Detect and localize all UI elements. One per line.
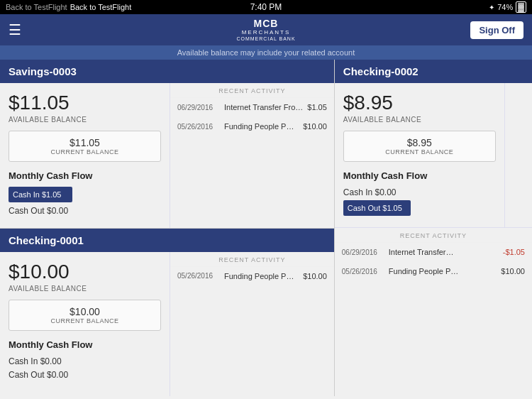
checking-0002-activity-row-1[interactable]: 06/29/2016 Internet Transfer… -$1.05	[335, 243, 532, 262]
battery-text: 74%	[497, 3, 513, 11]
savings-0003-activity-label: RECENT ACTIVITY	[170, 83, 334, 98]
checking-0001-body: $10.00 AVAILABLE BALANCE $10.00 CURRENT …	[0, 252, 334, 397]
checking-0001-title: Checking-0001	[9, 234, 84, 246]
info-banner: Available balance may include your relat…	[0, 45, 532, 60]
logo-mcb: MCB	[254, 18, 279, 30]
activity-date: 05/26/2016	[342, 268, 384, 275]
info-text: Available balance may include your relat…	[177, 48, 355, 57]
checking-0002-balance-label: CURRENT BALANCE	[353, 148, 487, 155]
checking-0002-activity-row-4	[335, 302, 532, 324]
savings-0003-left: $11.05 AVAILABLE BALANCE $11.05 CURRENT …	[0, 83, 170, 228]
activity-desc: Funding People P…	[389, 267, 497, 275]
savings-0003-header: Savings-0003	[0, 60, 334, 83]
checking-0002-cashout-bar: Cash Out $1.05	[343, 200, 411, 216]
savings-0003-cashin-bar: Cash In $1.05	[9, 187, 72, 202]
status-bar: Back to TestFlight Back to TestFlight 7:…	[0, 0, 532, 14]
main-content: Savings-0003 $11.05 AVAILABLE BALANCE $1…	[0, 60, 532, 396]
activity-date: 05/26/2016	[177, 272, 220, 280]
activity-amount: $10.00	[303, 122, 327, 131]
savings-0003-activity-row-2[interactable]: 05/26/2016 Funding People P… $10.00	[170, 117, 334, 136]
nav-logo: MCB MERCHANTS COMMERCIAL BANK	[236, 18, 295, 43]
checking-0001-available-label: AVAILABLE BALANCE	[9, 285, 161, 293]
checking-0001-activity: RECENT ACTIVITY 05/26/2016 Funding Peopl…	[170, 252, 334, 397]
savings-0003-available-amount: $11.05	[9, 92, 161, 114]
logo-line2: MERCHANTS	[242, 29, 291, 36]
checking-0002-header: Checking-0002	[335, 60, 532, 83]
checking-0001-cashout: Cash Out $0.00	[9, 369, 161, 380]
sign-off-button[interactable]: Sign Off	[470, 21, 523, 39]
bluetooth-icon: ✦	[489, 4, 494, 11]
savings-0003-title: Savings-0003	[9, 65, 77, 77]
savings-0003-balance-box: $11.05 CURRENT BALANCE	[9, 131, 161, 162]
checking-0002-section: Checking-0002 $8.95 AVAILABLE BALANCE $8…	[335, 60, 532, 396]
activity-amount: $10.00	[303, 272, 327, 280]
logo-line3: COMMERCIAL BANK	[236, 36, 295, 42]
checking-0001-activity-label: RECENT ACTIVITY	[170, 252, 334, 267]
checking-0002-left: $8.95 AVAILABLE BALANCE $8.95 CURRENT BA…	[335, 83, 505, 227]
checking-0002-activity-row-2[interactable]: 05/26/2016 Funding People P… $10.00	[335, 262, 532, 281]
activity-amount: $10.00	[501, 267, 525, 275]
checking-0002-available-label: AVAILABLE BALANCE	[343, 116, 496, 124]
checking-0001-section: Checking-0001 $10.00 AVAILABLE BALANCE $…	[0, 229, 334, 397]
savings-0003-cashout-text: Cash Out $0.00	[9, 206, 68, 216]
checking-0001-cashout-text: Cash Out $0.00	[9, 370, 68, 380]
savings-0003-activity-row-3	[170, 136, 334, 158]
nav-bar: ☰ MCB MERCHANTS COMMERCIAL BANK Sign Off	[0, 14, 532, 45]
activity-date: 06/29/2016	[177, 104, 220, 111]
savings-0003-body: $11.05 AVAILABLE BALANCE $11.05 CURRENT …	[0, 83, 334, 228]
savings-0003-section: Savings-0003 $11.05 AVAILABLE BALANCE $1…	[0, 60, 334, 229]
checking-0002-activity-label: RECENT ACTIVITY	[335, 228, 532, 243]
checking-0002-body: $8.95 AVAILABLE BALANCE $8.95 CURRENT BA…	[335, 83, 532, 227]
status-right: ✦ 74% ▓	[489, 1, 526, 13]
time-display: 7:40 PM	[250, 2, 282, 12]
checking-0002-cashin-text: Cash In $0.00	[343, 187, 397, 197]
savings-0003-activity-row-4	[170, 158, 334, 179]
savings-0003-cashin-label: Cash In $1.05	[13, 190, 62, 199]
checking-0002-balance-box: $8.95 CURRENT BALANCE	[343, 131, 496, 162]
activity-desc: Internet Transfer…	[389, 248, 499, 256]
checking-0002-cashflow-title: Monthly Cash Flow	[343, 170, 496, 181]
checking-0002-top-spacer	[505, 83, 532, 227]
checking-0002-title: Checking-0002	[343, 65, 419, 77]
savings-0003-activity-row-1[interactable]: 06/29/2016 Internet Transfer Fro… $1.05	[170, 98, 334, 117]
savings-0003-cashflow-title: Monthly Cash Flow	[9, 170, 161, 181]
checking-0001-cashin-text: Cash In $0.00	[9, 356, 62, 366]
checking-0001-activity-row-2	[170, 286, 334, 307]
savings-0003-available-label: AVAILABLE BALANCE	[9, 116, 161, 124]
activity-desc: Internet Transfer Fro…	[224, 103, 303, 111]
activity-date: 06/29/2016	[342, 248, 384, 256]
savings-0003-cashin: Cash In $1.05	[9, 187, 161, 202]
checking-0001-balance-amount: $10.00	[18, 306, 152, 317]
checking-0001-cashin: Cash In $0.00	[9, 356, 161, 366]
activity-desc: Funding People P…	[224, 272, 299, 280]
left-column: Savings-0003 $11.05 AVAILABLE BALANCE $1…	[0, 60, 335, 396]
activity-desc: Funding People P…	[224, 122, 299, 131]
checking-0001-balance-box: $10.00 CURRENT BALANCE	[9, 300, 161, 331]
activity-amount-negative: -$1.05	[503, 248, 525, 256]
checking-0001-cashflow-title: Monthly Cash Flow	[9, 339, 161, 350]
checking-0002-activity-panel: RECENT ACTIVITY 06/29/2016 Internet Tran…	[335, 227, 532, 396]
activity-date: 05/26/2016	[177, 123, 220, 131]
savings-0003-cashout: Cash Out $0.00	[9, 205, 161, 216]
checking-0001-header: Checking-0001	[0, 229, 334, 252]
status-left: Back to TestFlight Back to TestFlight	[6, 3, 131, 11]
checking-0002-available-amount: $8.95	[343, 92, 496, 114]
activity-amount: $1.05	[307, 103, 327, 111]
checking-0002-balance-amount: $8.95	[353, 137, 487, 148]
checking-0002-cashout-label: Cash Out $1.05	[348, 204, 402, 212]
checking-0001-activity-row-4	[170, 329, 334, 350]
back-label[interactable]: Back to TestFlight	[6, 3, 67, 11]
checking-0002-cashin: Cash In $0.00	[343, 187, 496, 197]
checking-0001-balance-label: CURRENT BALANCE	[18, 317, 152, 324]
checking-0002-activity-row-5	[335, 324, 532, 345]
savings-0003-activity: RECENT ACTIVITY 06/29/2016 Internet Tran…	[170, 83, 334, 228]
checking-0001-activity-row-1[interactable]: 05/26/2016 Funding People P… $10.00	[170, 267, 334, 286]
checking-0001-available-amount: $10.00	[9, 261, 161, 283]
battery-icon: ▓	[516, 1, 526, 13]
back-text[interactable]: Back to TestFlight	[70, 3, 132, 11]
checking-0002-cashout: Cash Out $1.05	[343, 200, 496, 216]
checking-0001-activity-row-3	[170, 307, 334, 329]
checking-0002-activity-row-3	[335, 281, 532, 302]
hamburger-icon[interactable]: ☰	[9, 21, 21, 38]
checking-0001-left: $10.00 AVAILABLE BALANCE $10.00 CURRENT …	[0, 252, 170, 397]
